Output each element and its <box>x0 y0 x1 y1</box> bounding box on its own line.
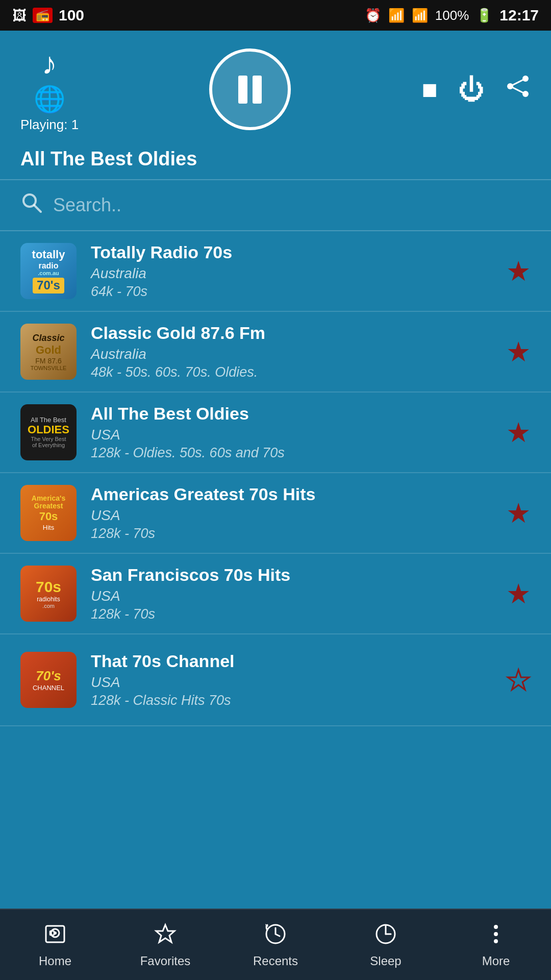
status-bar-left: 🖼 📻 100 <box>12 7 84 24</box>
nav-item-home[interactable]: Home <box>0 922 110 968</box>
svg-point-19 <box>494 939 498 943</box>
station-info: San Franciscos 70s Hits USA 128k - 70s <box>91 565 496 622</box>
favorites-icon <box>153 922 178 950</box>
home-label: Home <box>39 954 71 968</box>
pause-icon <box>238 76 262 104</box>
more-icon <box>484 922 508 950</box>
sleep-icon <box>373 922 398 950</box>
svg-marker-11 <box>156 925 174 942</box>
more-label: More <box>482 954 510 968</box>
search-icon <box>20 191 43 219</box>
bottom-nav: Home Favorites Recents Sle <box>0 909 551 980</box>
globe-icon[interactable]: 🌐 <box>34 84 65 114</box>
station-country: USA <box>91 507 496 524</box>
wifi-icon: 📶 <box>388 8 405 23</box>
recents-icon <box>263 922 288 950</box>
station-name: Americas Greatest 70s Hits <box>91 484 496 504</box>
nav-item-sleep[interactable]: Sleep <box>331 922 441 968</box>
favorite-star[interactable]: ★ <box>506 497 531 529</box>
nav-item-more[interactable]: More <box>441 922 551 968</box>
svg-point-18 <box>494 932 498 936</box>
nav-item-favorites[interactable]: Favorites <box>110 922 220 968</box>
share-button[interactable] <box>505 74 531 105</box>
header-center <box>209 48 291 130</box>
music-icon[interactable]: ♪ <box>42 46 57 81</box>
favorites-label: Favorites <box>140 954 191 968</box>
power-button[interactable]: ⏻ <box>458 74 485 105</box>
svg-line-4 <box>510 86 525 94</box>
home-icon <box>43 922 67 950</box>
nav-item-recents[interactable]: Recents <box>220 922 331 968</box>
svg-line-6 <box>34 205 41 212</box>
station-item[interactable]: 70s radiohits .com San Franciscos 70s Hi… <box>0 554 551 634</box>
svg-point-10 <box>54 932 57 935</box>
station-info: Americas Greatest 70s Hits USA 128k - 70… <box>91 484 496 542</box>
station-name: San Franciscos 70s Hits <box>91 565 496 585</box>
favorite-star[interactable]: ★ <box>506 578 531 610</box>
station-item[interactable]: Classic Gold FM 87.6 TOWNSVILLE Classic … <box>0 312 551 393</box>
favorite-star[interactable]: ★ <box>506 664 531 696</box>
station-list: totally radio .com.au 70's Totally Radio… <box>0 231 551 936</box>
station-country: USA <box>91 427 496 443</box>
sleep-label: Sleep <box>370 954 401 968</box>
recents-label: Recents <box>253 954 298 968</box>
station-name: Totally Radio 70s <box>91 242 496 262</box>
favorite-star[interactable]: ★ <box>506 336 531 368</box>
station-meta: 48k - 50s. 60s. 70s. Oldies. <box>91 364 496 380</box>
station-info: All The Best Oldies USA 128k - Oldies. 5… <box>91 404 496 461</box>
now-playing-section: All The Best Oldies <box>0 143 551 180</box>
station-item[interactable]: 70's CHANNEL That 70s Channel USA 128k -… <box>0 634 551 726</box>
header: ♪ 🌐 Playing: 1 ■ ⏻ <box>0 31 551 143</box>
station-logo: 70's CHANNEL <box>20 652 77 708</box>
header-right: ■ ⏻ <box>422 74 531 105</box>
header-left: ♪ 🌐 Playing: 1 <box>20 46 79 133</box>
now-playing-title: All The Best Oldies <box>20 148 197 169</box>
favorite-star[interactable]: ★ <box>506 416 531 449</box>
station-info: That 70s Channel USA 128k - Classic Hits… <box>91 651 496 708</box>
station-logo: 70s radiohits .com <box>20 566 77 622</box>
status-bar: 🖼 📻 100 ⏰ 📶 📶 100% 🔋 12:17 <box>0 0 551 31</box>
playing-label: Playing: 1 <box>20 117 79 133</box>
svg-line-3 <box>510 79 525 86</box>
station-meta: 128k - 70s <box>91 606 496 622</box>
station-country: USA <box>91 674 496 691</box>
station-country: Australia <box>91 265 496 282</box>
station-name: Classic Gold 87.6 Fm <box>91 323 496 343</box>
status-bar-right: ⏰ 📶 📶 100% 🔋 12:17 <box>365 7 539 24</box>
station-meta: 128k - Classic Hits 70s <box>91 693 496 708</box>
station-meta: 128k - 70s <box>91 526 496 542</box>
battery-percent: 100% <box>435 8 469 23</box>
signal-icon: 📶 <box>412 8 428 23</box>
station-info: Classic Gold 87.6 Fm Australia 48k - 50s… <box>91 323 496 380</box>
status-number: 100 <box>59 7 84 24</box>
station-meta: 128k - Oldies. 50s. 60s and 70s <box>91 445 496 461</box>
station-country: Australia <box>91 346 496 362</box>
battery-icon: 🔋 <box>476 8 492 23</box>
station-logo: All The Best OLDIES The Very Bestof Ever… <box>20 404 77 460</box>
station-logo: Classic Gold FM 87.6 TOWNSVILLE <box>20 324 77 380</box>
search-bar[interactable] <box>0 180 551 231</box>
station-info: Totally Radio 70s Australia 64k - 70s <box>91 242 496 300</box>
search-input[interactable] <box>53 194 531 216</box>
app-icon: 📻 <box>33 8 53 23</box>
station-meta: 64k - 70s <box>91 284 496 300</box>
stop-button[interactable]: ■ <box>422 74 438 105</box>
station-country: USA <box>91 588 496 604</box>
station-item[interactable]: America'sGreatest 70s Hits Americas Grea… <box>0 473 551 554</box>
photo-icon: 🖼 <box>12 7 27 24</box>
station-name: That 70s Channel <box>91 651 496 671</box>
station-item[interactable]: totally radio .com.au 70's Totally Radio… <box>0 231 551 312</box>
svg-point-17 <box>494 925 498 929</box>
station-logo: totally radio .com.au 70's <box>20 243 77 299</box>
clock: 12:17 <box>499 7 539 24</box>
station-name: All The Best Oldies <box>91 404 496 424</box>
favorite-star[interactable]: ★ <box>506 255 531 287</box>
station-item[interactable]: All The Best OLDIES The Very Bestof Ever… <box>0 393 551 473</box>
pause-button[interactable] <box>209 48 291 130</box>
alarm-icon: ⏰ <box>365 8 381 23</box>
station-logo: America'sGreatest 70s Hits <box>20 485 77 541</box>
